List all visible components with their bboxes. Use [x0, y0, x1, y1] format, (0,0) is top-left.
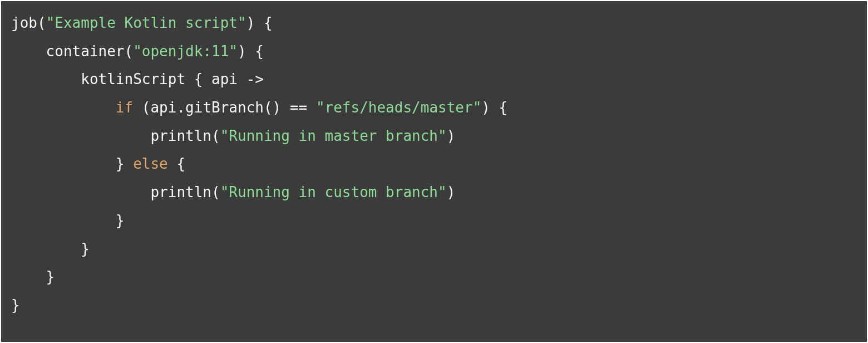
string-literal: "Running in custom branch" [220, 184, 447, 200]
code-text: } [11, 297, 20, 313]
string-literal: "openjdk:11" [133, 43, 238, 60]
code-text: { [168, 155, 185, 172]
code-text: println( [11, 128, 220, 144]
keyword-if: if [116, 99, 133, 116]
code-text: ) { [238, 43, 264, 60]
keyword-else: else [133, 155, 168, 172]
code-text: container( [11, 43, 133, 60]
code-text: ) [447, 128, 456, 144]
code-text: } [11, 212, 125, 229]
code-block: job("Example Kotlin script") { container… [1, 1, 867, 342]
string-literal: "Running in master branch" [220, 128, 447, 144]
code-text: ) [447, 184, 456, 200]
code-text: } [11, 241, 90, 257]
code-text: kotlinScript { api -> [11, 71, 264, 87]
code-text: } [11, 268, 55, 285]
code-text: ) { [481, 99, 507, 116]
code-text: ) { [246, 14, 273, 31]
code-text [11, 99, 116, 116]
code-text: println( [11, 184, 220, 200]
code-text: (api.gitBranch() == [133, 99, 316, 116]
code-text: job( [11, 14, 46, 31]
string-literal: "refs/heads/master" [316, 99, 481, 116]
string-literal: "Example Kotlin script" [46, 14, 246, 31]
code-text: } [11, 155, 133, 172]
